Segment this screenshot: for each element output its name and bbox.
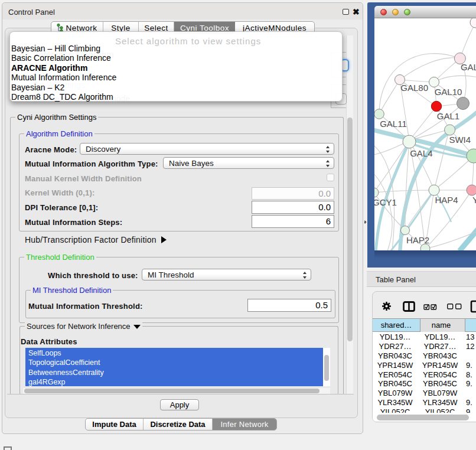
svg-text:HAP2: HAP2 xyxy=(406,235,429,245)
svg-text:GAL10: GAL10 xyxy=(435,87,462,97)
svg-text:SWI4: SWI4 xyxy=(449,135,471,145)
svg-text:YMR: YMR xyxy=(472,195,476,205)
svg-text:GAL80: GAL80 xyxy=(400,83,428,93)
svg-text:GAL4: GAL4 xyxy=(410,148,432,158)
svg-text:GCY1: GCY1 xyxy=(374,197,397,207)
svg-text:GAL1: GAL1 xyxy=(437,111,459,121)
svg-text:GAL11: GAL11 xyxy=(380,119,407,129)
svg-text:HAP4: HAP4 xyxy=(435,195,458,205)
svg-text:GAL7: GAL7 xyxy=(461,62,476,72)
